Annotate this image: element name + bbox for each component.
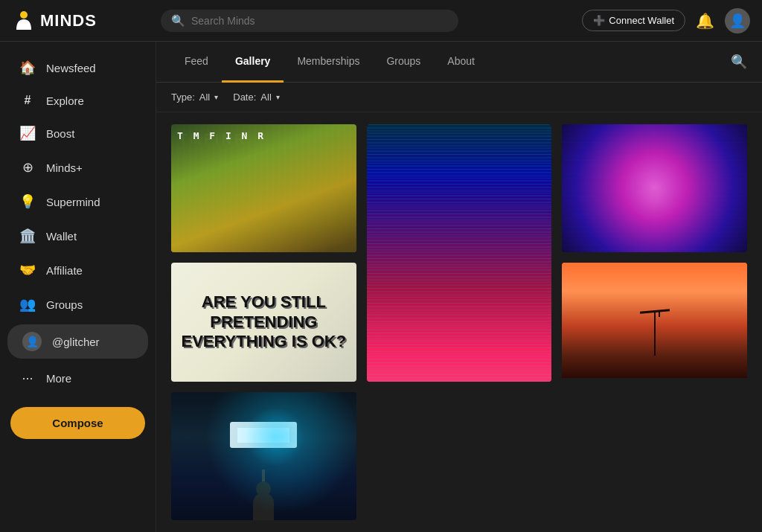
- connect-wallet-label: Connect Wallet: [609, 15, 674, 26]
- search-input[interactable]: [191, 15, 448, 27]
- date-value: All: [260, 92, 271, 103]
- tabs-list: Feed Gallery Memberships Groups About: [171, 42, 488, 82]
- gallery-item-text-art[interactable]: ARE YOU STILL PRETENDING EVERYTHING IS O…: [171, 263, 356, 382]
- gallery-image-woman-red: [367, 124, 552, 382]
- sidebar-item-affiliate[interactable]: 🤝 Affiliate: [4, 253, 151, 287]
- sidebar-label-explore: Explore: [46, 94, 84, 107]
- affiliate-icon: 🤝: [19, 262, 36, 278]
- sidebar-username: @glitcher: [52, 336, 100, 348]
- sidebar-label-groups: Groups: [46, 298, 83, 311]
- tab-memberships[interactable]: Memberships: [284, 42, 373, 83]
- sidebar-item-more[interactable]: ··· More: [4, 362, 151, 395]
- gallery-image-sunset: [562, 263, 747, 378]
- svg-point-0: [20, 11, 28, 19]
- user-avatar[interactable]: 👤: [725, 8, 750, 33]
- tab-about[interactable]: About: [434, 42, 488, 83]
- type-filter[interactable]: Type: All ▾: [171, 92, 218, 103]
- groups-icon: 👥: [19, 296, 36, 313]
- main-layout: 🏠 Newsfeed # Explore 📈 Boost ⊕ Minds+ 💡 …: [0, 42, 762, 532]
- topbar-right: ➕ Connect Wallet 🔔 👤: [582, 8, 750, 33]
- user-nav-avatar: 👤: [22, 332, 42, 351]
- tab-gallery[interactable]: Gallery: [222, 42, 284, 83]
- gallery-item-face-purple[interactable]: #glitcher #art #gifs #aiverse: [562, 124, 747, 252]
- content-area: Feed Gallery Memberships Groups About 🔍 …: [156, 42, 762, 532]
- date-dropdown-icon: ▾: [276, 93, 280, 101]
- notification-bell-icon[interactable]: 🔔: [696, 12, 714, 30]
- connect-wallet-button[interactable]: ➕ Connect Wallet: [582, 10, 685, 31]
- sidebar-item-explore[interactable]: # Explore: [4, 85, 151, 116]
- search-icon: 🔍: [171, 14, 185, 28]
- gallery-item-woman-red[interactable]: #glitcher #art #gifs #Caprica6 #BSG: [367, 124, 552, 382]
- sidebar-item-newsfeed[interactable]: 🏠 Newsfeed: [4, 51, 151, 85]
- search-bar[interactable]: 🔍: [161, 10, 458, 32]
- date-filter[interactable]: Date: All ▾: [233, 92, 280, 103]
- sidebar-label-newsfeed: Newsfeed: [46, 62, 96, 74]
- type-value: All: [199, 92, 210, 103]
- filters-bar: Type: All ▾ Date: All ▾: [156, 83, 762, 112]
- text-art-content: ARE YOU STILL PRETENDING EVERYTHING IS O…: [171, 285, 356, 359]
- sidebar-label-minds-plus: Minds+: [46, 161, 83, 174]
- tab-feed[interactable]: Feed: [171, 42, 222, 83]
- topbar: MINDS 🔍 ➕ Connect Wallet 🔔 👤: [0, 0, 762, 42]
- sidebar-item-boost[interactable]: 📈 Boost: [4, 116, 151, 150]
- logo[interactable]: MINDS: [12, 9, 161, 33]
- supermind-icon: 💡: [19, 193, 36, 210]
- sidebar-label-boost: Boost: [46, 127, 74, 140]
- sidebar-item-wallet[interactable]: 🏛️ Wallet: [4, 219, 151, 253]
- sidebar-label-affiliate: Affiliate: [46, 264, 83, 277]
- gallery-item-tmfinr[interactable]: T M F I N R #glitcher #art #gifs #TMFINR: [171, 124, 356, 252]
- boost-icon: 📈: [19, 125, 36, 141]
- sidebar: 🏠 Newsfeed # Explore 📈 Boost ⊕ Minds+ 💡 …: [0, 42, 156, 532]
- sidebar-item-supermind[interactable]: 💡 Supermind: [4, 185, 151, 219]
- profile-tabs: Feed Gallery Memberships Groups About 🔍: [156, 42, 762, 83]
- gallery-item-sunset[interactable]: [562, 263, 747, 382]
- sidebar-label-supermind: Supermind: [46, 196, 100, 208]
- connect-wallet-plus-icon: ➕: [593, 15, 605, 26]
- gallery-image-text-art: ARE YOU STILL PRETENDING EVERYTHING IS O…: [171, 263, 356, 382]
- date-label: Date:: [233, 92, 256, 103]
- more-icon: ···: [19, 371, 36, 386]
- compose-button[interactable]: Compose: [10, 407, 145, 439]
- explore-icon: #: [19, 94, 36, 107]
- sidebar-label-wallet: Wallet: [46, 230, 77, 243]
- wallet-icon: 🏛️: [19, 228, 36, 244]
- gallery-item-sign-man[interactable]: Its time. #glitcher #art #gifs #EndTheWa…: [171, 392, 356, 520]
- home-icon: 🏠: [19, 60, 36, 76]
- tab-groups[interactable]: Groups: [373, 42, 434, 83]
- type-dropdown-icon: ▾: [214, 93, 218, 101]
- gallery-image-sign-man: [171, 392, 356, 520]
- minds-plus-icon: ⊕: [19, 159, 36, 176]
- sidebar-item-minds-plus[interactable]: ⊕ Minds+: [4, 150, 151, 185]
- type-label: Type:: [171, 92, 195, 103]
- tab-search-icon[interactable]: 🔍: [731, 54, 747, 70]
- gallery-image-face-purple: [562, 124, 747, 252]
- minds-logo-icon: [12, 9, 36, 33]
- sidebar-label-more: More: [46, 372, 71, 385]
- logo-text: MINDS: [40, 11, 97, 31]
- sidebar-item-groups[interactable]: 👥 Groups: [4, 287, 151, 321]
- gallery-image-tmfinr: T M F I N R: [171, 124, 356, 252]
- tmfinr-text-overlay: T M F I N R: [177, 130, 266, 141]
- sidebar-item-user[interactable]: 👤 @glitcher: [7, 324, 148, 359]
- gallery-grid: T M F I N R #glitcher #art #gifs #TMFINR…: [156, 112, 762, 532]
